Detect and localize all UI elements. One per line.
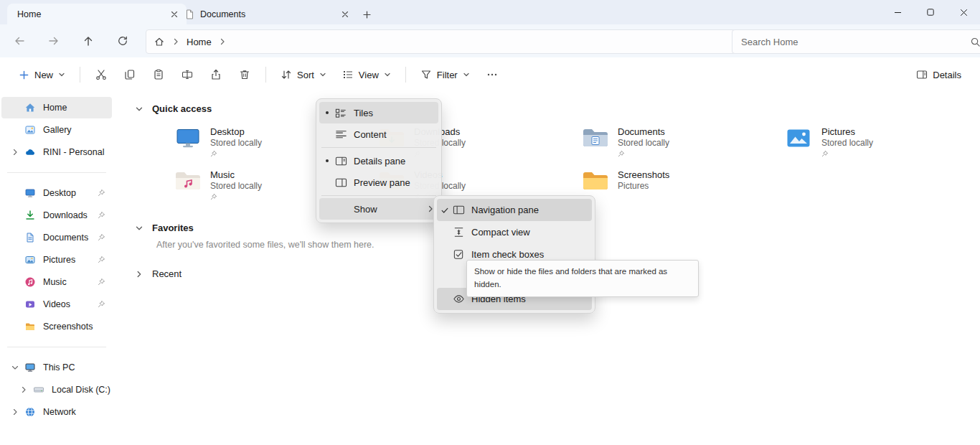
onedrive-icon bbox=[23, 146, 37, 158]
breadcrumb[interactable]: Home bbox=[187, 37, 212, 47]
sidebar-item-label: Desktop bbox=[43, 188, 76, 198]
chevron-right-icon bbox=[172, 38, 179, 45]
sidebar-item-label: Downloads bbox=[43, 210, 88, 220]
more-options-icon[interactable] bbox=[479, 62, 506, 88]
recent-header[interactable]: Recent bbox=[135, 268, 182, 279]
plus-icon bbox=[19, 70, 29, 80]
folder-tile-pictures[interactable]: Pictures Stored locally bbox=[786, 126, 980, 169]
sidebar-item-local-disk[interactable]: Local Disk (C:) bbox=[1, 379, 112, 400]
title-bar: Home Documents bbox=[0, 0, 980, 24]
menu-item-preview-pane[interactable]: Preview pane bbox=[319, 172, 438, 193]
navigation-pane-icon bbox=[453, 204, 471, 216]
menu-item-details-pane[interactable]: Details pane bbox=[319, 150, 438, 172]
chevron-right-icon[interactable] bbox=[219, 38, 226, 45]
search-box[interactable] bbox=[732, 29, 980, 54]
tab-close-icon[interactable] bbox=[339, 8, 352, 21]
copy-icon[interactable] bbox=[116, 62, 143, 88]
sort-icon bbox=[281, 69, 292, 80]
chevron-right-icon[interactable] bbox=[135, 270, 143, 278]
desktop-folder-icon bbox=[175, 126, 202, 149]
folder-name: Screenshots bbox=[618, 169, 669, 181]
menu-item-label: Show bbox=[354, 204, 427, 215]
new-tab-button[interactable] bbox=[357, 6, 376, 23]
sidebar-item-onedrive[interactable]: RINI - Personal bbox=[1, 141, 112, 163]
content-view-icon bbox=[335, 128, 354, 141]
details-button[interactable]: Details bbox=[909, 62, 969, 88]
close-button[interactable] bbox=[947, 0, 980, 24]
menu-item-content[interactable]: Content bbox=[319, 123, 438, 145]
documents-folder-icon bbox=[583, 126, 610, 149]
folder-tile-screenshots[interactable]: Screenshots Pictures bbox=[583, 169, 786, 212]
sidebar-item-desktop[interactable]: Desktop bbox=[1, 182, 112, 204]
document-tab-icon bbox=[185, 9, 194, 19]
search-input[interactable] bbox=[740, 36, 970, 48]
folder-subtitle: Stored locally bbox=[210, 138, 262, 149]
cut-icon[interactable] bbox=[88, 62, 115, 88]
menu-item-show[interactable]: Show bbox=[319, 198, 438, 220]
folder-subtitle: Stored locally bbox=[210, 181, 262, 192]
address-bar[interactable]: Home bbox=[146, 29, 741, 54]
folder-subtitle: Stored locally bbox=[618, 138, 669, 149]
sidebar-item-gallery[interactable]: Gallery bbox=[1, 119, 112, 141]
pin-icon bbox=[210, 150, 217, 157]
sidebar-item-network[interactable]: Network bbox=[1, 401, 112, 423]
submenu-item-navigation-pane[interactable]: Navigation pane bbox=[437, 199, 592, 221]
sidebar-item-home[interactable]: Home bbox=[1, 97, 112, 118]
sidebar-item-label: Music bbox=[43, 277, 67, 287]
menu-item-label: Tiles bbox=[354, 108, 434, 118]
submenu-item-compact-view[interactable]: Compact view bbox=[437, 221, 592, 243]
new-button[interactable]: New bbox=[11, 62, 72, 88]
sidebar-item-screenshots[interactable]: Screenshots bbox=[1, 316, 112, 337]
chevron-right-icon[interactable] bbox=[16, 386, 32, 393]
sidebar-item-documents[interactable]: Documents bbox=[1, 227, 112, 248]
refresh-icon[interactable] bbox=[110, 29, 135, 53]
view-button[interactable]: View bbox=[335, 62, 398, 88]
menu-item-tiles[interactable]: Tiles bbox=[319, 102, 438, 123]
chevron-down-icon[interactable] bbox=[7, 364, 23, 371]
folder-name: Pictures bbox=[821, 126, 873, 138]
up-icon[interactable] bbox=[76, 29, 100, 53]
back-icon[interactable] bbox=[7, 29, 32, 53]
share-icon[interactable] bbox=[202, 62, 230, 88]
paste-icon[interactable] bbox=[145, 62, 172, 88]
sidebar-item-downloads[interactable]: Downloads bbox=[1, 205, 112, 226]
minimize-button[interactable] bbox=[881, 0, 914, 24]
sort-button-label: Sort bbox=[297, 70, 314, 80]
home-breadcrumb-icon[interactable] bbox=[154, 36, 165, 47]
sidebar-item-label: Home bbox=[43, 103, 67, 113]
pin-icon bbox=[98, 233, 105, 241]
sidebar-item-pictures[interactable]: Pictures bbox=[1, 249, 112, 271]
filter-icon bbox=[420, 69, 432, 80]
toolbar-divider bbox=[80, 67, 80, 83]
favorites-empty-text: After you've favorited some files, we'll… bbox=[156, 240, 374, 250]
chevron-right-icon[interactable] bbox=[7, 408, 23, 416]
navigation-bar: Home bbox=[0, 24, 980, 57]
chevron-down-icon[interactable] bbox=[135, 105, 143, 113]
folder-tile-documents[interactable]: Documents Stored locally bbox=[583, 126, 786, 169]
tab-home[interactable]: Home bbox=[7, 4, 187, 24]
filter-button[interactable]: Filter bbox=[413, 62, 477, 88]
sidebar-item-this-pc[interactable]: This PC bbox=[1, 357, 112, 378]
chevron-down-icon[interactable] bbox=[135, 224, 143, 233]
details-button-label: Details bbox=[933, 70, 961, 80]
sidebar-item-label: Pictures bbox=[43, 255, 75, 265]
screenshots-folder-icon bbox=[583, 169, 610, 192]
delete-icon[interactable] bbox=[231, 62, 258, 88]
sort-button[interactable]: Sort bbox=[273, 62, 334, 88]
favorites-header[interactable]: Favorites bbox=[135, 222, 194, 233]
forward-icon[interactable] bbox=[42, 29, 66, 53]
tab-documents[interactable]: Documents bbox=[175, 4, 357, 24]
chevron-right-icon[interactable] bbox=[7, 149, 23, 156]
videos-icon bbox=[23, 299, 37, 310]
search-icon[interactable] bbox=[970, 37, 980, 47]
quick-access-header[interactable]: Quick access bbox=[135, 103, 212, 114]
sidebar-item-music[interactable]: Music bbox=[1, 271, 112, 293]
menu-divider bbox=[321, 147, 436, 148]
disk-icon bbox=[32, 384, 46, 395]
gallery-icon bbox=[23, 124, 37, 136]
rename-icon[interactable] bbox=[174, 62, 201, 88]
sidebar-item-videos[interactable]: Videos bbox=[1, 294, 112, 315]
music-folder-icon bbox=[175, 169, 202, 192]
tooltip: Show or hide the files and folders that … bbox=[466, 260, 699, 297]
maximize-button[interactable] bbox=[914, 0, 947, 24]
